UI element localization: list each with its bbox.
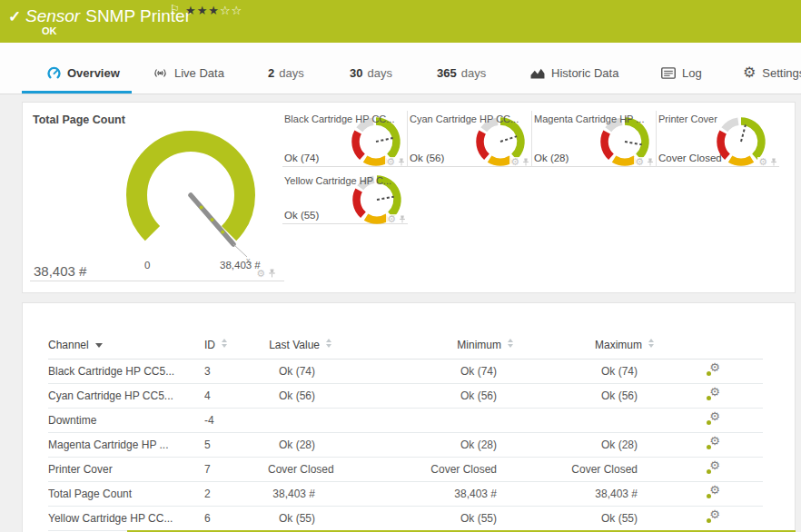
table-row: Cyan Cartridge HP CC5... 4 Ok (56) Ok (5… [48,383,763,408]
gauge-needle [741,125,746,142]
table-row: Magenta Cartridge HP ... 5 Ok (28) Ok (2… [48,432,763,457]
channel-settings-icon[interactable]: ⚙ [706,363,720,377]
tab-live-data[interactable]: Live Data [153,64,224,82]
priority-rating[interactable]: ★★★☆☆ [185,4,242,17]
tab-365-days[interactable]: 365days [437,64,486,82]
total-page-count-gauge: x [30,109,284,281]
channel-id: -4 [204,408,268,432]
column-header-last-value[interactable]: Last Value [268,332,341,359]
tab-log[interactable]: Log [661,64,702,82]
tab-label: Log [682,66,702,80]
status-badge: OK [42,25,57,36]
channel-value: Cover Closed [658,153,722,163]
channel-value: Ok (55) [284,210,319,221]
tab-number: 365 [437,66,457,80]
gauge-current-value: 38,403 # [34,263,86,279]
channel-settings-icon[interactable]: ⚙ [706,461,720,475]
column-header-id[interactable]: ID [204,332,268,359]
tab-historic-data[interactable]: Historic Data [530,64,618,82]
channels-table: Channel ID Last Value Minimum Maximum Bl… [48,332,763,531]
priority-flag-icon[interactable]: ⚐ [170,3,180,15]
gauge-needle [377,197,394,200]
channel-id: 3 [204,359,268,383]
log-icon [661,67,676,79]
pin-icon[interactable] [647,158,654,166]
column-header-channel[interactable]: Channel [48,332,204,359]
gauges-panel: Total Page Count x 0 38,403 # 38,403 # ⚙… [22,102,796,293]
channel-settings-icon[interactable]: ⚙ [706,412,720,426]
channel-name: Black Cartridge HP CC5... [48,359,204,383]
gear-icon[interactable]: ⚙ [510,157,519,166]
pin-icon[interactable] [398,158,405,166]
channel-id: 4 [204,383,268,408]
total-page-count-gauge-tile[interactable]: Total Page Count x 0 38,403 # 38,403 # ⚙ [30,109,284,281]
channel-value: Ok (28) [534,153,569,163]
tab-number: 30 [350,66,362,80]
last-value: Cover Closed [268,457,341,481]
last-value: Ok (55) [268,506,341,530]
prtg-sensor-page: ✓ SensorSNMP Printer ⚐ ★★★☆☆ OK Overview… [0,0,801,532]
last-value: Ok (74) [268,359,341,383]
broadcast-icon [153,67,168,79]
channel-name: Cyan Cartridge HP CC5... [48,383,204,408]
pin-icon[interactable] [268,269,276,278]
channel-settings-icon[interactable]: ⚙ [706,388,720,401]
maximum-value: Ok (28) [522,432,663,457]
tab-overview[interactable]: Overview [47,64,120,82]
sort-icon [222,339,227,348]
channel-gauge-tile-black-cartridge[interactable]: Black Cartridge HP CC... Ok (74) ⚙ [282,111,408,167]
channel-id: 6 [204,506,268,530]
channel-settings-icon[interactable]: ⚙ [706,486,720,499]
channel-gauge-tile-cyan-cartridge[interactable]: Cyan Cartridge HP CC... Ok (56) ⚙ [408,111,532,167]
status-ok-check-icon: ✓ [8,7,21,26]
channel-name: Total Page Count [48,481,204,506]
channel-gauge-tile-printer-cover[interactable]: Printer Cover Cover Closed ⚙ [657,111,779,167]
tab-label: days [367,66,391,80]
channels-panel: Channel ID Last Value Minimum Maximum Bl… [22,302,796,532]
pin-icon[interactable] [522,158,529,166]
channel-gauge-tile-yellow-cartridge[interactable]: Yellow Cartridge HP C... Ok (55) ⚙ [282,172,408,224]
channel-id: 5 [204,432,268,457]
column-header-minimum[interactable]: Minimum [341,332,522,359]
stars-empty-icon[interactable]: ☆☆ [220,4,242,17]
gauge-needle [500,136,517,142]
minimum-value: Ok (28) [341,432,522,457]
pin-icon[interactable] [399,215,406,223]
channel-id: 2 [204,481,268,506]
maximum-value [522,408,663,432]
minimum-value: Ok (74) [341,359,522,383]
channel-gauge-tile-magenta-cartridge[interactable]: Magenta Cartridge HP ... Ok (28) ⚙ [532,111,657,167]
maximum-value: Ok (56) [522,383,663,408]
column-header-maximum[interactable]: Maximum [522,332,663,359]
gear-icon[interactable]: ⚙ [386,157,395,166]
gear-icon: ⚙ [743,66,756,79]
gear-icon[interactable]: ⚙ [256,269,265,278]
maximum-value: Cover Closed [522,457,663,481]
tab-number: 2 [268,66,274,80]
gauge-title: Black Cartridge HP CC... [282,111,407,124]
tab-label: Live Data [174,66,224,80]
channel-settings-icon[interactable]: ⚙ [706,437,720,450]
sort-icon [648,339,654,348]
table-row: Printer Cover 7 Cover Closed Cover Close… [48,457,763,481]
maximum-value: Ok (55) [522,506,663,530]
tab-label: days [461,66,486,80]
gauge-title: Cyan Cartridge HP CC... [408,111,531,124]
tab-settings[interactable]: ⚙ Settings [743,64,801,82]
tab-30-days[interactable]: 30days [350,64,392,82]
table-header-row: Channel ID Last Value Minimum Maximum [48,332,763,359]
stars-filled-icon[interactable]: ★★★ [185,4,220,17]
gear-icon[interactable]: ⚙ [387,214,396,223]
tab-2-days[interactable]: 2days [268,64,304,82]
sensor-header: ✓ SensorSNMP Printer ⚐ ★★★☆☆ OK [0,0,801,43]
sort-icon [508,339,513,348]
table-row: Downtime -4 ⚙ [48,408,763,432]
last-value [268,408,341,432]
gear-icon[interactable]: ⚙ [758,157,767,166]
table-row: Yellow Cartridge HP CC... 6 Ok (55) Ok (… [48,506,763,530]
page-title: SensorSNMP Printer [25,6,191,26]
pin-icon[interactable] [770,158,777,166]
gear-icon[interactable]: ⚙ [635,157,644,166]
channel-name: Downtime [48,408,204,432]
channel-settings-icon[interactable]: ⚙ [706,510,720,524]
